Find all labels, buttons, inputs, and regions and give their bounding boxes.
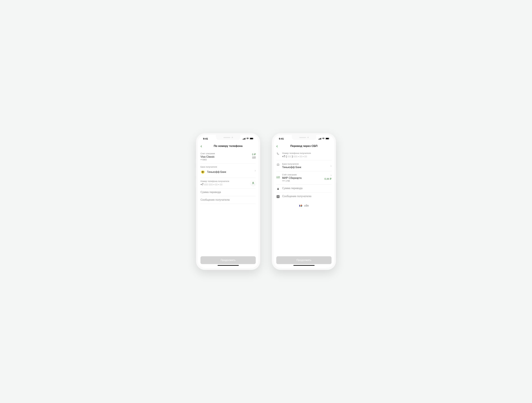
sbp-logo: сбп (276, 200, 331, 211)
svg-rect-6 (253, 138, 254, 139)
svg-rect-5 (250, 138, 253, 139)
notch (292, 135, 316, 140)
wifi-icon (246, 138, 249, 140)
status-icons (318, 138, 329, 140)
chevron-right-icon: › (255, 169, 256, 172)
amount-row[interactable]: Сумма перевода (201, 188, 256, 196)
battery-icon (250, 138, 254, 140)
amount-row[interactable]: Сумма перевода (276, 185, 331, 192)
status-time: 9:41 (203, 137, 208, 140)
wifi-icon (322, 138, 325, 140)
cellular-icon (318, 138, 321, 140)
recipient-phone-label: Номер телефона получателя (201, 180, 256, 182)
source-account-row[interactable]: Счёт списания МИР Сберкарта •••• 1798 › … (276, 171, 331, 185)
amount-placeholder: Сумма перевода (201, 191, 256, 194)
status-time: 9:41 (279, 137, 284, 140)
svg-rect-10 (320, 138, 320, 140)
recipient-phone-row[interactable]: Номер телефона получателя +7 - - (201, 178, 256, 188)
message-row[interactable]: Т Сообщение получателю (276, 192, 331, 200)
back-button[interactable]: ‹ (276, 144, 279, 148)
back-button[interactable]: ‹ (201, 144, 203, 148)
battery-icon (325, 138, 329, 140)
home-indicator[interactable] (218, 265, 239, 266)
recipient-bank-label: Банк получателя (201, 166, 256, 168)
svg-rect-14 (329, 138, 329, 139)
money-bag-icon (276, 187, 280, 190)
message-placeholder: Сообщение получателю (201, 198, 256, 201)
person-icon (252, 182, 254, 184)
phone-mockup-right: 9:41 ‹ Перевод через СБП Номер телефона … (272, 133, 336, 270)
message-placeholder: Сообщение получателю (282, 195, 331, 198)
bank-icon (276, 163, 280, 166)
recipient-phone-row[interactable]: Номер телефона получателя +7 ( ) - - (276, 151, 331, 160)
recipient-phone-label: Номер телефона получателя (282, 152, 331, 154)
recipient-bank-name: Тинькофф Банк (207, 171, 226, 173)
svg-point-7 (253, 182, 253, 183)
header: ‹ Перевод через СБП (274, 142, 334, 151)
chevron-right-icon: › (330, 164, 331, 167)
text-icon: Т (276, 195, 280, 198)
recipient-bank-name: Тинькофф Банк (282, 166, 331, 169)
svg-rect-3 (245, 138, 246, 140)
recipient-bank-label: Банк получателя (282, 163, 331, 165)
continue-button[interactable]: Продолжить (201, 256, 256, 264)
header: ‹ По номеру телефона (198, 142, 258, 151)
notch (216, 135, 241, 140)
source-account-masked: •• 6983 (201, 159, 256, 161)
amount-placeholder: Сумма перевода (282, 187, 331, 190)
status-icons (243, 138, 254, 140)
source-account-label: Счёт списания (282, 173, 331, 176)
home-indicator[interactable] (293, 265, 315, 266)
svg-rect-11 (321, 138, 321, 140)
svg-rect-8 (318, 139, 319, 140)
footer: Продолжить (274, 254, 334, 268)
content: Номер телефона получателя +7 ( ) - - Бан… (274, 151, 334, 254)
page-title: Перевод через СБП (274, 144, 334, 148)
svg-rect-1 (243, 139, 244, 140)
svg-rect-9 (319, 139, 320, 140)
message-row[interactable]: Сообщение получателю (201, 196, 256, 204)
source-account-row[interactable]: Счет списания Visa Classic •• 6983 › 0 ₽ (201, 151, 256, 163)
svg-rect-2 (244, 138, 245, 140)
contact-picker-button[interactable] (251, 180, 256, 186)
card-icon (252, 156, 256, 159)
source-account-card: МИР Сберкарта (282, 177, 331, 179)
source-balance: 0 ₽ (252, 153, 256, 156)
page-title: По номеру телефона (198, 144, 258, 148)
source-account-masked: •••• 1798 (282, 180, 331, 182)
continue-button[interactable]: Продолжить (276, 256, 331, 264)
svg-rect-13 (326, 138, 329, 139)
content: Счет списания Visa Classic •• 6983 › 0 ₽… (198, 151, 258, 254)
screen: 9:41 ‹ По номеру телефона Счет списания … (198, 135, 258, 268)
source-balance: 0,44 ₽ (324, 177, 331, 180)
source-account-label: Счет списания (201, 152, 256, 155)
recipient-phone-value: +7 - - (201, 183, 256, 186)
footer: Продолжить (198, 254, 258, 268)
recipient-bank-row[interactable]: Банк получателя Тинькофф Банк › (201, 163, 256, 178)
cellular-icon (243, 138, 246, 140)
sbp-label: сбп (304, 204, 309, 207)
screen: 9:41 ‹ Перевод через СБП Номер телефона … (274, 135, 334, 268)
phone-mockup-left: 9:41 ‹ По номеру телефона Счет списания … (196, 133, 260, 270)
phone-icon (276, 152, 280, 155)
recipient-bank-row[interactable]: Банк получателя Тинькофф Банк › (276, 160, 331, 171)
card-icon (276, 173, 280, 178)
tinkoff-icon (201, 170, 205, 174)
sbp-icon (299, 203, 303, 208)
recipient-phone-value: +7 ( ) - - (282, 155, 331, 158)
svg-rect-0 (243, 139, 243, 140)
source-account-card: Visa Classic (201, 155, 256, 158)
chevron-right-icon: › (330, 173, 331, 177)
